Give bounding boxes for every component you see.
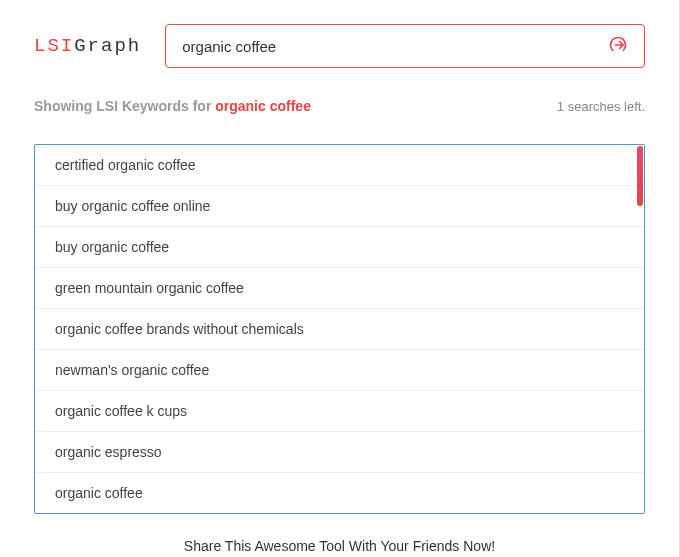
submit-arrow-icon bbox=[608, 35, 628, 58]
main-container: LSIGraph Showing LSI Keywords for organi… bbox=[0, 0, 680, 557]
status-text: Showing LSI Keywords for organic coffee bbox=[34, 98, 311, 114]
result-item[interactable]: green mountain organic coffee bbox=[35, 268, 644, 309]
results-box: certified organic coffee buy organic cof… bbox=[34, 144, 645, 514]
status-query: organic coffee bbox=[215, 98, 311, 114]
result-item[interactable]: buy organic coffee online bbox=[35, 186, 644, 227]
scrollbar-thumb[interactable] bbox=[637, 146, 643, 206]
result-item[interactable]: organic coffee k cups bbox=[35, 391, 644, 432]
result-item[interactable]: organic coffee brands without chemicals bbox=[35, 309, 644, 350]
status-row: Showing LSI Keywords for organic coffee … bbox=[34, 98, 645, 114]
searches-left: 1 searches left. bbox=[557, 99, 645, 114]
result-item[interactable]: newman's organic coffee bbox=[35, 350, 644, 391]
status-prefix: Showing LSI Keywords for bbox=[34, 98, 215, 114]
result-item[interactable]: organic espresso bbox=[35, 432, 644, 473]
header-row: LSIGraph bbox=[34, 24, 645, 68]
results-list[interactable]: certified organic coffee buy organic cof… bbox=[35, 145, 644, 513]
logo: LSIGraph bbox=[34, 35, 141, 57]
search-wrapper bbox=[165, 24, 645, 68]
search-submit-button[interactable] bbox=[592, 25, 644, 67]
share-text: Share This Awesome Tool With Your Friend… bbox=[34, 538, 645, 554]
logo-part1: LSI bbox=[34, 35, 74, 57]
search-input[interactable] bbox=[166, 25, 592, 67]
result-item[interactable]: certified organic coffee bbox=[35, 145, 644, 186]
logo-part2: Graph bbox=[74, 35, 141, 57]
result-item[interactable]: buy organic coffee bbox=[35, 227, 644, 268]
result-item[interactable]: organic coffee bbox=[35, 473, 644, 513]
